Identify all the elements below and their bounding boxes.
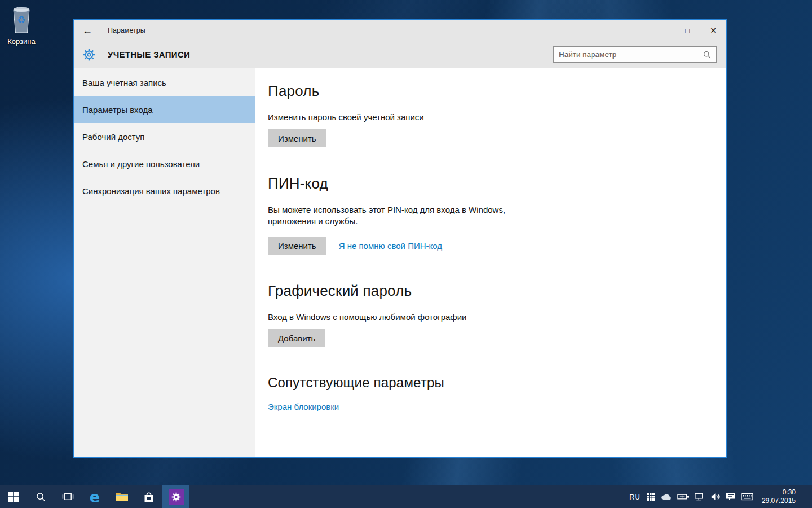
sidebar-item-signin-options[interactable]: Параметры входа — [74, 96, 255, 123]
pin-section-heading: ПИН-код — [268, 175, 704, 192]
folder-icon — [115, 492, 129, 502]
clock[interactable]: 0:30 29.07.2015 — [762, 488, 796, 505]
network-icon[interactable] — [694, 492, 705, 501]
page-title: УЧЕТНЫЕ ЗАПИСИ — [108, 50, 190, 59]
settings-window: ← Параметры – □ ✕ — [73, 19, 727, 458]
recycle-symbol-icon: ♻ — [17, 15, 25, 25]
window-title: Параметры — [108, 27, 145, 34]
lock-screen-link[interactable]: Экран блокировки — [268, 402, 339, 411]
desktop-wallpaper: ♻ Корзина ← Параметры – □ ✕ — [0, 0, 812, 508]
taskbar: e — [0, 485, 812, 508]
settings-gear-icon — [82, 48, 96, 62]
settings-tile — [169, 489, 184, 505]
recycle-bin-icon: ♻ — [8, 5, 34, 34]
edge-browser-button[interactable]: e — [81, 485, 108, 508]
picture-password-section-heading: Графический пароль — [268, 282, 704, 300]
onedrive-cloud-icon[interactable] — [660, 493, 672, 501]
volume-icon[interactable] — [710, 492, 721, 501]
sidebar: Ваша учетная запись Параметры входа Рабо… — [74, 68, 255, 457]
minimize-icon[interactable]: – — [648, 20, 674, 41]
settings-gear-icon — [171, 492, 181, 502]
touch-keyboard-icon[interactable] — [741, 493, 753, 501]
settings-app-button[interactable] — [162, 485, 189, 508]
change-pin-button[interactable]: Изменить — [268, 237, 326, 255]
picture-password-description: Вход в Windows с помощью любимой фотогра… — [268, 312, 704, 323]
window-body: Ваша учетная запись Параметры входа Рабо… — [74, 68, 726, 457]
taskbar-search-button[interactable] — [27, 485, 54, 508]
pin-actions-row: Изменить Я не помню свой ПИН-код — [268, 237, 704, 255]
windows-logo-icon — [8, 492, 19, 502]
window-titlebar[interactable]: ← Параметры – □ ✕ — [74, 20, 726, 41]
change-password-button[interactable]: Изменить — [268, 129, 326, 147]
edge-icon: e — [90, 489, 100, 505]
pin-description-line1: Вы можете использовать этот PIN-код для … — [268, 204, 704, 216]
search-box — [553, 46, 717, 63]
system-tray: RU — [629, 485, 812, 508]
forgot-pin-link[interactable]: Я не помню свой ПИН-код — [339, 241, 442, 251]
window-controls: – □ ✕ — [648, 20, 726, 41]
sidebar-item-work-access[interactable]: Рабочий доступ — [74, 123, 255, 150]
password-description: Изменить пароль своей учетной записи — [268, 112, 704, 123]
recycle-bin-label: Корзина — [6, 37, 37, 46]
add-picture-password-button[interactable]: Добавить — [268, 329, 325, 347]
recycle-bin-desktop-icon[interactable]: ♻ Корзина — [6, 5, 37, 46]
search-input[interactable] — [554, 50, 703, 59]
sidebar-item-family-other-users[interactable]: Семья и другие пользователи — [74, 150, 255, 177]
task-view-icon — [62, 492, 74, 502]
clock-date: 29.07.2015 — [762, 497, 796, 505]
store-button[interactable] — [135, 485, 162, 508]
language-indicator[interactable]: RU — [629, 493, 640, 501]
close-icon[interactable]: ✕ — [700, 20, 726, 41]
start-button[interactable] — [0, 485, 27, 508]
tray-grid-icon[interactable] — [646, 492, 655, 501]
clock-time: 0:30 — [762, 488, 796, 497]
search-icon — [36, 492, 46, 502]
task-view-button[interactable] — [54, 485, 81, 508]
maximize-icon[interactable]: □ — [674, 20, 700, 41]
file-explorer-button[interactable] — [108, 485, 135, 508]
pin-description-line2: приложения и службы. — [268, 216, 704, 227]
app-header: УЧЕТНЫЕ ЗАПИСИ — [74, 41, 726, 68]
related-settings-heading: Сопутствующие параметры — [268, 375, 704, 391]
back-arrow-icon[interactable]: ← — [74, 25, 100, 37]
store-bag-icon — [143, 491, 155, 503]
search-icon[interactable] — [703, 50, 712, 59]
power-battery-icon[interactable] — [677, 493, 689, 501]
sidebar-item-sync-settings[interactable]: Синхронизация ваших параметров — [74, 177, 255, 204]
main-content: Пароль Изменить пароль своей учетной зап… — [255, 68, 726, 457]
action-center-icon[interactable] — [726, 492, 736, 501]
password-section-heading: Пароль — [268, 82, 704, 100]
sidebar-item-your-account[interactable]: Ваша учетная запись — [74, 69, 255, 96]
